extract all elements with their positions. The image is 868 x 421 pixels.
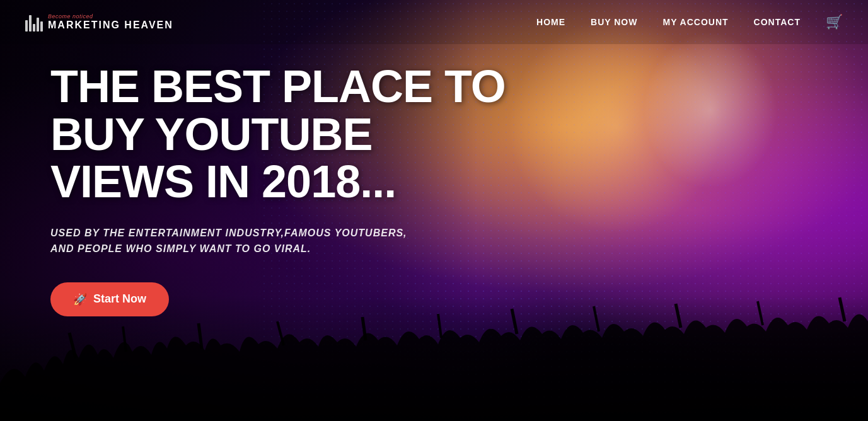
rocket-icon: 🚀 [73, 292, 87, 306]
svg-line-5 [438, 314, 441, 338]
cart-icon-item[interactable]: 🛒 [826, 14, 843, 30]
nav-item-home[interactable]: HOME [536, 16, 565, 28]
bar-2 [29, 15, 32, 32]
hero-title: THE BEST PLACE TO BUY YOUTUBE VIEWS IN 2… [50, 63, 523, 206]
logo-text: Become noticed MARKETING HEAVEN [48, 13, 173, 31]
svg-line-7 [594, 306, 599, 332]
bar-1 [25, 20, 28, 32]
hero-content: THE BEST PLACE TO BUY YOUTUBE VIEWS IN 2… [50, 63, 523, 316]
hero-subtitle: USED BY THE ENTERTAINMENT INDUSTRY,FAMOU… [50, 225, 523, 257]
navbar: Become noticed MARKETING HEAVEN HOME BUY… [0, 0, 868, 44]
bar-3 [33, 24, 35, 32]
bar-5 [40, 21, 43, 32]
nav-item-my-account[interactable]: MY ACCOUNT [663, 16, 728, 28]
nav-item-contact[interactable]: CONTACT [754, 16, 801, 28]
nav-link-buy-now[interactable]: BUY NOW [591, 17, 637, 27]
subtitle-line-2: AND PEOPLE WHO SIMPLY WANT TO GO VIRAL. [50, 241, 523, 257]
hero-section: Become noticed MARKETING HEAVEN HOME BUY… [0, 0, 868, 421]
nav-menu: HOME BUY NOW MY ACCOUNT CONTACT 🛒 [536, 14, 843, 30]
start-now-label: Start Now [93, 292, 146, 306]
nav-link-home[interactable]: HOME [536, 17, 565, 27]
bar-4 [37, 18, 39, 32]
logo-tagline: Become noticed [48, 13, 173, 20]
nav-link-contact[interactable]: CONTACT [754, 17, 801, 27]
svg-line-10 [840, 297, 845, 321]
nav-item-buy-now[interactable]: BUY NOW [591, 16, 637, 28]
logo-bars-icon [25, 13, 43, 32]
logo[interactable]: Become noticed MARKETING HEAVEN [25, 13, 173, 32]
cart-icon[interactable]: 🛒 [826, 14, 843, 30]
svg-line-9 [758, 301, 763, 325]
svg-line-8 [676, 304, 681, 328]
subtitle-line-1: USED BY THE ENTERTAINMENT INDUSTRY,FAMOU… [50, 225, 523, 241]
nav-link-my-account[interactable]: MY ACCOUNT [663, 17, 728, 27]
logo-brand: MARKETING HEAVEN [48, 20, 173, 31]
start-now-button[interactable]: 🚀 Start Now [50, 282, 169, 316]
